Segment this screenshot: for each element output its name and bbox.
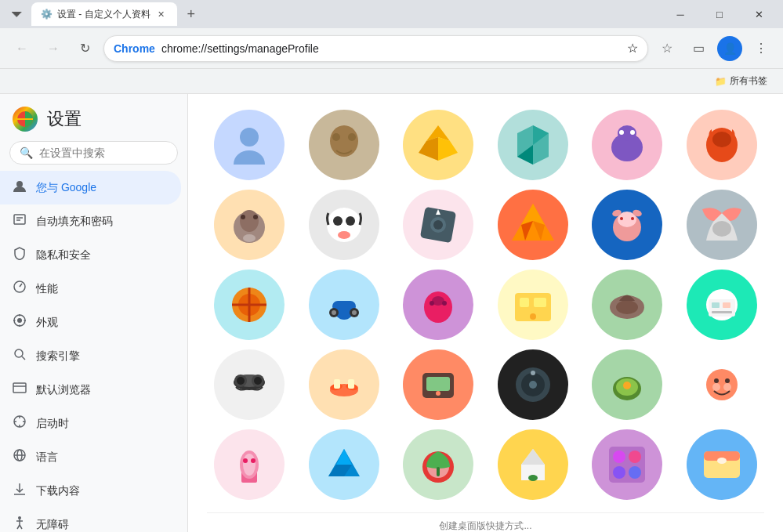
sidebar-item-performance[interactable]: 性能 <box>0 272 181 306</box>
avatar-item-11[interactable] <box>687 190 757 260</box>
avatar-item-4[interactable] <box>592 110 662 180</box>
sidebar-item-appearance[interactable]: 外观 <box>0 306 181 339</box>
sidebar-item-google[interactable]: 您与 Google <box>0 171 181 204</box>
svg-rect-103 <box>348 379 354 389</box>
nav-label-startup: 启动时 <box>36 417 69 431</box>
svg-rect-91 <box>723 302 730 308</box>
avatar-item-14[interactable] <box>403 270 473 340</box>
avatar-item-12[interactable] <box>214 270 285 340</box>
avatar-item-21[interactable] <box>498 349 568 420</box>
avatar-item-20[interactable] <box>403 349 473 420</box>
avatar-item-28[interactable] <box>592 429 662 500</box>
svg-point-51 <box>346 216 355 226</box>
svg-point-106 <box>436 391 440 396</box>
content-inner: 创建桌面版快捷方式... <box>188 94 783 532</box>
profile-button[interactable]: 👤 <box>717 36 742 61</box>
sidebar-item-downloads[interactable]: 下载内容 <box>0 474 181 508</box>
settings-logo <box>13 107 38 132</box>
sidebar-item-search[interactable]: 搜索引擎 <box>0 339 181 373</box>
sidebar-item-startup[interactable]: 启动时 <box>0 407 181 440</box>
search-icon <box>13 347 27 365</box>
minimize-button[interactable]: ─ <box>662 2 698 26</box>
sidebar: 设置 🔍 您与 Google 自动填充和密码 隐私和安全 性能 外观 搜索引擎 … <box>0 94 188 532</box>
autofill-icon <box>13 212 27 230</box>
avatar-item-8[interactable] <box>403 190 473 260</box>
svg-marker-34 <box>438 137 458 161</box>
google-icon <box>13 179 27 197</box>
previous-tabs-button[interactable]: ⏷ <box>6 3 28 25</box>
svg-point-48 <box>243 234 256 242</box>
active-tab[interactable]: ⚙️ 设置 - 自定义个人资料 ✕ <box>31 2 177 26</box>
avatar-item-6[interactable] <box>214 190 285 260</box>
svg-point-110 <box>531 371 535 375</box>
avatar-item-18[interactable] <box>214 349 285 420</box>
refresh-button[interactable]: ↻ <box>72 36 97 61</box>
avatar-item-26[interactable] <box>403 429 473 500</box>
avatar-item-2[interactable] <box>403 110 473 180</box>
svg-point-114 <box>706 369 738 400</box>
settings-search-box[interactable]: 🔍 <box>9 141 178 165</box>
privacy-icon <box>13 246 27 264</box>
svg-point-117 <box>712 383 720 391</box>
close-button[interactable]: ✕ <box>741 2 777 26</box>
new-tab-button[interactable]: + <box>180 3 202 25</box>
svg-point-113 <box>623 382 631 389</box>
avatar-item-9[interactable] <box>498 190 568 260</box>
avatar-item-16[interactable] <box>592 270 662 340</box>
sidebar-item-language[interactable]: 语言 <box>0 440 181 474</box>
svg-point-47 <box>253 215 258 219</box>
bookmark-button[interactable]: ☆ <box>654 36 680 61</box>
svg-rect-90 <box>712 302 720 308</box>
sidebar-item-browser[interactable]: 默认浏览器 <box>0 373 181 407</box>
avatar-item-3[interactable] <box>498 110 568 180</box>
performance-icon <box>13 280 27 298</box>
all-bookmarks-item[interactable]: 📁 所有书签 <box>709 73 774 89</box>
svg-point-118 <box>723 383 731 391</box>
sidebar-item-accessibility[interactable]: 无障碍 <box>0 508 181 532</box>
svg-point-123 <box>251 458 256 463</box>
avatar-item-19[interactable] <box>309 349 379 420</box>
address-text: chrome://settings/manageProfile <box>161 42 621 55</box>
avatar-item-7[interactable] <box>309 190 379 260</box>
svg-rect-129 <box>437 467 440 476</box>
avatar-item-1[interactable] <box>309 110 379 180</box>
avatar-item-17[interactable] <box>687 270 757 340</box>
forward-button[interactable]: → <box>41 36 66 61</box>
avatar-item-15[interactable] <box>498 270 568 340</box>
avatar-item-23[interactable] <box>687 349 757 420</box>
nav-label-appearance: 外观 <box>36 316 58 330</box>
back-button[interactable]: ← <box>9 36 34 61</box>
avatar-item-29[interactable] <box>687 429 757 500</box>
sidebar-item-privacy[interactable]: 隐私和安全 <box>0 238 181 272</box>
content-area: 创建桌面版快捷方式... <box>188 94 783 532</box>
svg-rect-92 <box>712 311 732 313</box>
svg-line-13 <box>22 356 25 360</box>
avatar-item-0[interactable] <box>214 110 285 180</box>
tab-close-button[interactable]: ✕ <box>155 8 168 20</box>
site-info-icon: Chrome <box>114 42 155 55</box>
avatar-item-25[interactable] <box>309 429 379 500</box>
svg-point-116 <box>725 378 730 383</box>
side-panel-button[interactable]: ▭ <box>686 36 711 61</box>
avatar-item-24[interactable] <box>214 429 285 500</box>
avatar-item-22[interactable] <box>592 349 662 420</box>
svg-rect-102 <box>334 379 340 389</box>
all-bookmarks-label: 所有书签 <box>730 74 767 88</box>
browser-icon <box>13 381 27 399</box>
star-icon[interactable]: ☆ <box>627 41 638 56</box>
maximize-button[interactable]: □ <box>701 2 738 26</box>
settings-search-input[interactable] <box>39 147 176 159</box>
address-bar[interactable]: Chrome chrome://settings/manageProfile ☆ <box>103 35 648 62</box>
svg-rect-83 <box>520 298 529 307</box>
sidebar-item-autofill[interactable]: 自动填充和密码 <box>0 204 181 238</box>
chrome-menu-button[interactable]: ⋮ <box>749 36 774 61</box>
footer-text: 创建桌面版快捷方式... <box>207 512 764 532</box>
avatar-item-5[interactable] <box>687 110 757 180</box>
svg-point-135 <box>629 451 641 463</box>
nav-label-accessibility: 无障碍 <box>36 518 69 532</box>
avatar-item-10[interactable] <box>592 190 662 260</box>
avatar-item-27[interactable] <box>498 429 568 500</box>
accessibility-icon <box>13 516 27 532</box>
avatar-item-13[interactable] <box>309 270 379 340</box>
svg-marker-125 <box>336 449 352 465</box>
